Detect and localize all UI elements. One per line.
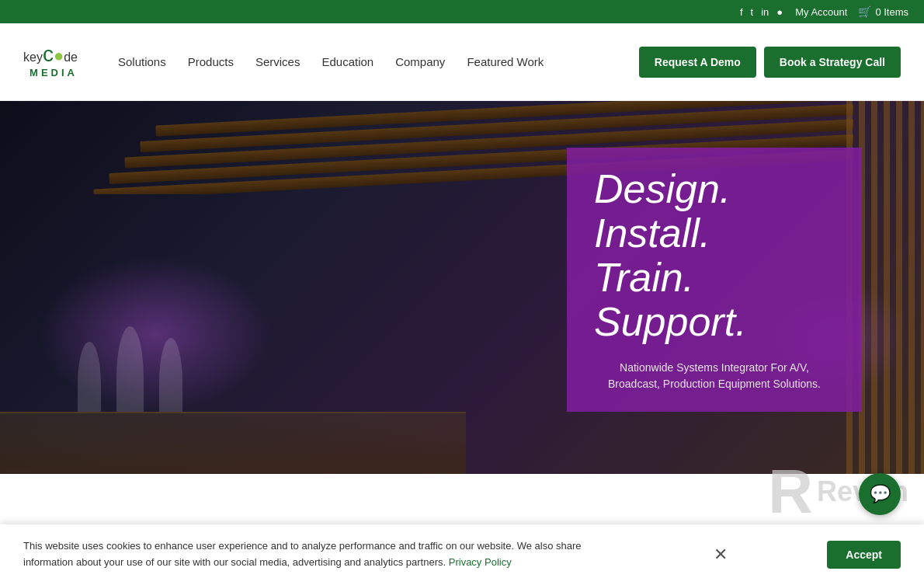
top-bar: f t in ● My Account 🛒 0 Items: [0, 0, 924, 23]
logo-dot-icon: ●: [54, 46, 64, 66]
nav-featured-work[interactable]: Featured Work: [457, 49, 553, 75]
person-3: [159, 338, 182, 412]
person-1: [78, 342, 101, 412]
logo-key: key: [23, 50, 43, 64]
people-silhouettes: [78, 326, 182, 412]
twitter-icon[interactable]: t: [751, 6, 754, 18]
headline-line1: Design.: [594, 167, 747, 211]
book-strategy-button[interactable]: Book a Strategy Call: [764, 47, 901, 78]
cart-count: 0 Items: [875, 6, 908, 18]
headline-line4: Support.: [594, 300, 747, 344]
cart-icon: 🛒: [858, 5, 871, 18]
facebook-icon[interactable]: f: [740, 6, 743, 18]
logo-de: de: [64, 50, 78, 64]
nav-services[interactable]: Services: [246, 49, 310, 75]
instagram-icon[interactable]: ●: [776, 6, 783, 18]
cart-area[interactable]: 🛒 0 Items: [858, 5, 908, 18]
nav-company[interactable]: Company: [386, 49, 454, 75]
header-cta-buttons: Request A Demo Book a Strategy Call: [639, 47, 901, 78]
main-nav: Solutions Products Services Education Co…: [109, 49, 639, 75]
console-desk: [0, 412, 466, 474]
account-area: My Account 🛒 0 Items: [795, 5, 908, 18]
social-links: f t in ●: [740, 6, 783, 18]
headline-line3: Train.: [594, 256, 747, 300]
logo-c: c: [43, 42, 54, 67]
nav-solutions[interactable]: Solutions: [109, 49, 175, 75]
logo-area[interactable]: key c ● de MEDIA: [23, 42, 78, 82]
linkedin-icon[interactable]: in: [761, 6, 769, 18]
my-account-link[interactable]: My Account: [795, 6, 847, 18]
hero-subtext: Nationwide Systems Integrator For A/V,Br…: [594, 360, 835, 392]
person-2: [116, 326, 144, 412]
header: key c ● de MEDIA Solutions Products Serv…: [0, 23, 924, 101]
logo-media-text: MEDIA: [30, 67, 78, 78]
hero-headline: Design. Install. Train. Support.: [594, 167, 747, 345]
hero-section: Design. Install. Train. Support. Nationw…: [0, 101, 924, 474]
nav-products[interactable]: Products: [179, 49, 243, 75]
request-demo-button[interactable]: Request A Demo: [639, 47, 756, 78]
headline-line2: Install.: [594, 211, 747, 256]
hero-text-box: Design. Install. Train. Support. Nationw…: [567, 148, 862, 412]
nav-education[interactable]: Education: [312, 49, 383, 75]
